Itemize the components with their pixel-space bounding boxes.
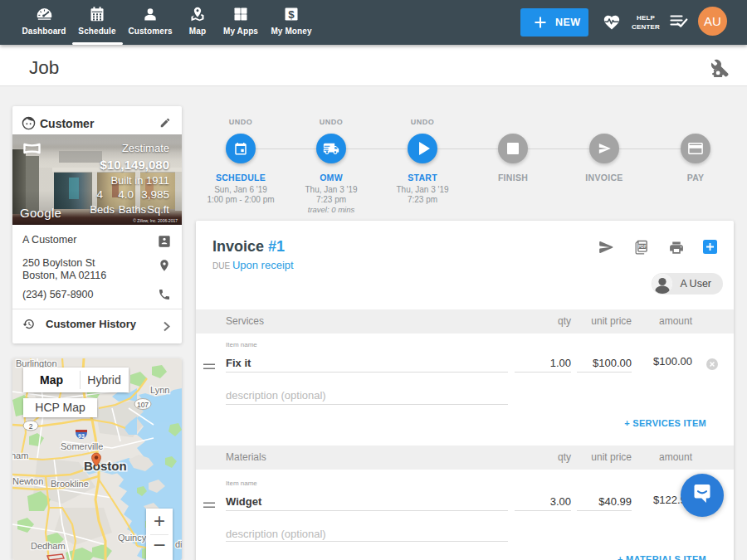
svg-text:Somerville: Somerville [61, 441, 103, 451]
svg-text:Boston: Boston [84, 459, 127, 473]
svg-text:Newton: Newton [12, 476, 43, 486]
svg-text:107: 107 [137, 401, 149, 409]
svg-text:Lynn: Lynn [150, 385, 169, 395]
svg-text:Quincy: Quincy [118, 533, 147, 543]
svg-text:2: 2 [29, 422, 33, 431]
svg-text:93: 93 [78, 433, 85, 439]
svg-text:di: di [175, 539, 182, 549]
svg-text:Brookline: Brookline [51, 479, 89, 489]
svg-text:$: $ [288, 8, 295, 21]
svg-text:PDF: PDF [638, 245, 647, 249]
svg-text:ham: ham [12, 450, 28, 460]
svg-text:Dedham: Dedham [31, 541, 66, 551]
